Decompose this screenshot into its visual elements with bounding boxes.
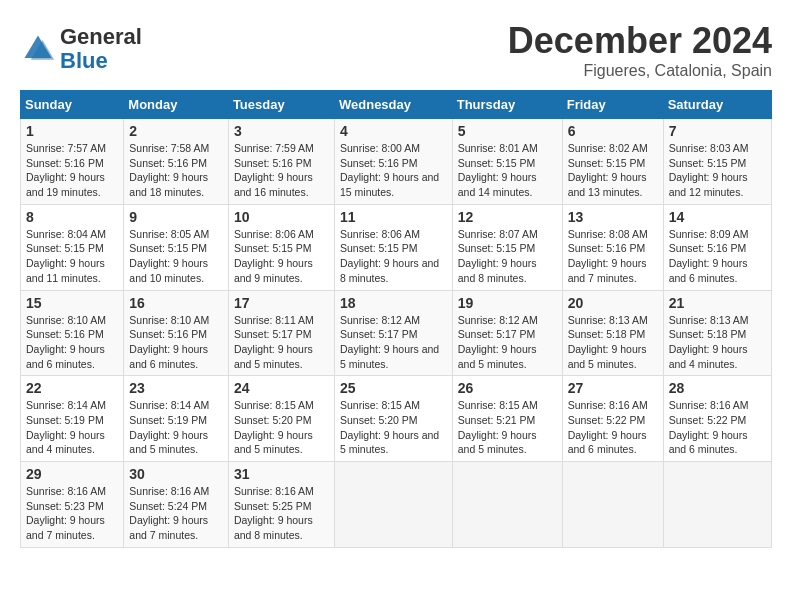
calendar-cell: 20 Sunrise: 8:13 AM Sunset: 5:18 PM Dayl… — [562, 290, 663, 376]
day-number: 11 — [340, 209, 447, 225]
day-number: 29 — [26, 466, 118, 482]
calendar-cell — [334, 462, 452, 548]
day-info: Sunrise: 8:16 AM Sunset: 5:25 PM Dayligh… — [234, 484, 329, 543]
day-info: Sunrise: 8:15 AM Sunset: 5:20 PM Dayligh… — [340, 398, 447, 457]
calendar-cell: 31 Sunrise: 8:16 AM Sunset: 5:25 PM Dayl… — [228, 462, 334, 548]
day-number: 3 — [234, 123, 329, 139]
day-info: Sunrise: 7:59 AM Sunset: 5:16 PM Dayligh… — [234, 141, 329, 200]
calendar-subtitle: Figueres, Catalonia, Spain — [508, 62, 772, 80]
day-number: 13 — [568, 209, 658, 225]
calendar-cell: 5 Sunrise: 8:01 AM Sunset: 5:15 PM Dayli… — [452, 119, 562, 205]
day-number: 24 — [234, 380, 329, 396]
day-info: Sunrise: 8:10 AM Sunset: 5:16 PM Dayligh… — [129, 313, 223, 372]
day-number: 12 — [458, 209, 557, 225]
calendar-week-row: 8 Sunrise: 8:04 AM Sunset: 5:15 PM Dayli… — [21, 204, 772, 290]
calendar-cell: 12 Sunrise: 8:07 AM Sunset: 5:15 PM Dayl… — [452, 204, 562, 290]
calendar-week-row: 22 Sunrise: 8:14 AM Sunset: 5:19 PM Dayl… — [21, 376, 772, 462]
calendar-cell — [452, 462, 562, 548]
day-info: Sunrise: 8:09 AM Sunset: 5:16 PM Dayligh… — [669, 227, 766, 286]
day-number: 21 — [669, 295, 766, 311]
calendar-cell: 22 Sunrise: 8:14 AM Sunset: 5:19 PM Dayl… — [21, 376, 124, 462]
day-info: Sunrise: 8:14 AM Sunset: 5:19 PM Dayligh… — [129, 398, 223, 457]
day-info: Sunrise: 8:13 AM Sunset: 5:18 PM Dayligh… — [669, 313, 766, 372]
calendar-cell: 28 Sunrise: 8:16 AM Sunset: 5:22 PM Dayl… — [663, 376, 771, 462]
day-number: 28 — [669, 380, 766, 396]
day-info: Sunrise: 8:02 AM Sunset: 5:15 PM Dayligh… — [568, 141, 658, 200]
day-info: Sunrise: 7:58 AM Sunset: 5:16 PM Dayligh… — [129, 141, 223, 200]
day-info: Sunrise: 8:07 AM Sunset: 5:15 PM Dayligh… — [458, 227, 557, 286]
day-number: 26 — [458, 380, 557, 396]
calendar-cell: 1 Sunrise: 7:57 AM Sunset: 5:16 PM Dayli… — [21, 119, 124, 205]
logo: General Blue — [20, 25, 142, 73]
day-info: Sunrise: 8:15 AM Sunset: 5:20 PM Dayligh… — [234, 398, 329, 457]
day-number: 8 — [26, 209, 118, 225]
day-number: 20 — [568, 295, 658, 311]
day-number: 18 — [340, 295, 447, 311]
day-number: 22 — [26, 380, 118, 396]
day-number: 4 — [340, 123, 447, 139]
day-info: Sunrise: 8:10 AM Sunset: 5:16 PM Dayligh… — [26, 313, 118, 372]
calendar-cell: 16 Sunrise: 8:10 AM Sunset: 5:16 PM Dayl… — [124, 290, 229, 376]
weekday-header-row: SundayMondayTuesdayWednesdayThursdayFrid… — [21, 91, 772, 119]
day-info: Sunrise: 8:16 AM Sunset: 5:22 PM Dayligh… — [669, 398, 766, 457]
page-header: General Blue December 2024 Figueres, Cat… — [20, 20, 772, 80]
calendar-cell: 23 Sunrise: 8:14 AM Sunset: 5:19 PM Dayl… — [124, 376, 229, 462]
day-number: 25 — [340, 380, 447, 396]
day-number: 1 — [26, 123, 118, 139]
logo-general: General — [60, 24, 142, 49]
day-info: Sunrise: 8:06 AM Sunset: 5:15 PM Dayligh… — [340, 227, 447, 286]
day-info: Sunrise: 8:11 AM Sunset: 5:17 PM Dayligh… — [234, 313, 329, 372]
weekday-header-sunday: Sunday — [21, 91, 124, 119]
weekday-header-monday: Monday — [124, 91, 229, 119]
day-info: Sunrise: 8:13 AM Sunset: 5:18 PM Dayligh… — [568, 313, 658, 372]
day-number: 15 — [26, 295, 118, 311]
calendar-title: December 2024 — [508, 20, 772, 62]
calendar-week-row: 15 Sunrise: 8:10 AM Sunset: 5:16 PM Dayl… — [21, 290, 772, 376]
calendar-week-row: 29 Sunrise: 8:16 AM Sunset: 5:23 PM Dayl… — [21, 462, 772, 548]
calendar-cell: 3 Sunrise: 7:59 AM Sunset: 5:16 PM Dayli… — [228, 119, 334, 205]
day-number: 7 — [669, 123, 766, 139]
calendar-cell: 26 Sunrise: 8:15 AM Sunset: 5:21 PM Dayl… — [452, 376, 562, 462]
calendar-cell: 6 Sunrise: 8:02 AM Sunset: 5:15 PM Dayli… — [562, 119, 663, 205]
day-info: Sunrise: 8:03 AM Sunset: 5:15 PM Dayligh… — [669, 141, 766, 200]
calendar-cell: 14 Sunrise: 8:09 AM Sunset: 5:16 PM Dayl… — [663, 204, 771, 290]
day-number: 2 — [129, 123, 223, 139]
day-info: Sunrise: 8:15 AM Sunset: 5:21 PM Dayligh… — [458, 398, 557, 457]
day-number: 31 — [234, 466, 329, 482]
calendar-cell: 13 Sunrise: 8:08 AM Sunset: 5:16 PM Dayl… — [562, 204, 663, 290]
calendar-cell: 24 Sunrise: 8:15 AM Sunset: 5:20 PM Dayl… — [228, 376, 334, 462]
day-number: 6 — [568, 123, 658, 139]
calendar-cell: 2 Sunrise: 7:58 AM Sunset: 5:16 PM Dayli… — [124, 119, 229, 205]
calendar-cell: 19 Sunrise: 8:12 AM Sunset: 5:17 PM Dayl… — [452, 290, 562, 376]
weekday-header-thursday: Thursday — [452, 91, 562, 119]
calendar-week-row: 1 Sunrise: 7:57 AM Sunset: 5:16 PM Dayli… — [21, 119, 772, 205]
day-number: 30 — [129, 466, 223, 482]
calendar-cell: 21 Sunrise: 8:13 AM Sunset: 5:18 PM Dayl… — [663, 290, 771, 376]
day-info: Sunrise: 8:12 AM Sunset: 5:17 PM Dayligh… — [458, 313, 557, 372]
calendar-cell: 27 Sunrise: 8:16 AM Sunset: 5:22 PM Dayl… — [562, 376, 663, 462]
calendar-cell: 10 Sunrise: 8:06 AM Sunset: 5:15 PM Dayl… — [228, 204, 334, 290]
calendar-cell: 7 Sunrise: 8:03 AM Sunset: 5:15 PM Dayli… — [663, 119, 771, 205]
day-info: Sunrise: 8:16 AM Sunset: 5:24 PM Dayligh… — [129, 484, 223, 543]
weekday-header-friday: Friday — [562, 91, 663, 119]
day-info: Sunrise: 8:08 AM Sunset: 5:16 PM Dayligh… — [568, 227, 658, 286]
day-info: Sunrise: 8:14 AM Sunset: 5:19 PM Dayligh… — [26, 398, 118, 457]
calendar-cell — [562, 462, 663, 548]
day-info: Sunrise: 8:01 AM Sunset: 5:15 PM Dayligh… — [458, 141, 557, 200]
logo-icon — [20, 31, 56, 67]
day-info: Sunrise: 8:16 AM Sunset: 5:22 PM Dayligh… — [568, 398, 658, 457]
day-number: 9 — [129, 209, 223, 225]
weekday-header-saturday: Saturday — [663, 91, 771, 119]
day-number: 17 — [234, 295, 329, 311]
day-number: 27 — [568, 380, 658, 396]
day-info: Sunrise: 8:04 AM Sunset: 5:15 PM Dayligh… — [26, 227, 118, 286]
logo-blue: Blue — [60, 48, 108, 73]
calendar-cell — [663, 462, 771, 548]
calendar-cell: 25 Sunrise: 8:15 AM Sunset: 5:20 PM Dayl… — [334, 376, 452, 462]
day-number: 16 — [129, 295, 223, 311]
day-info: Sunrise: 8:16 AM Sunset: 5:23 PM Dayligh… — [26, 484, 118, 543]
day-info: Sunrise: 8:00 AM Sunset: 5:16 PM Dayligh… — [340, 141, 447, 200]
day-number: 10 — [234, 209, 329, 225]
day-number: 23 — [129, 380, 223, 396]
weekday-header-wednesday: Wednesday — [334, 91, 452, 119]
